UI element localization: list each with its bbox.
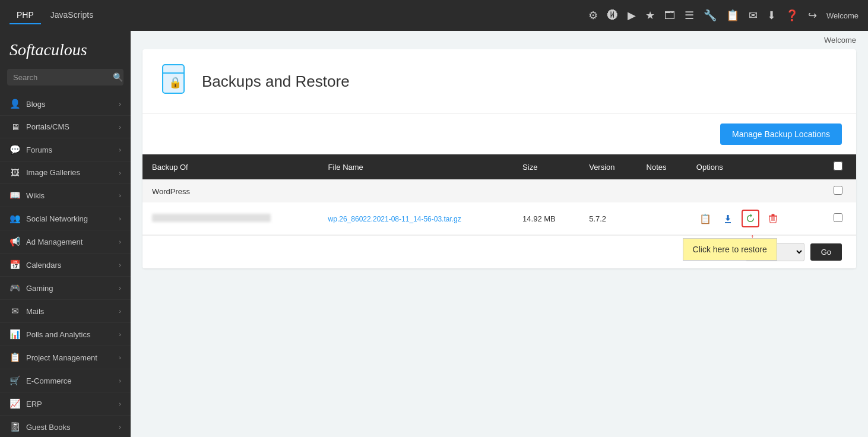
table-row: wp.26_86022.2021-08-11_14-56-03.tar.gz 1… bbox=[142, 202, 856, 235]
download-icon[interactable]: ⬇ bbox=[767, 9, 776, 22]
calendars-icon: 📅 bbox=[9, 259, 20, 270]
row-checkbox-cell bbox=[821, 202, 856, 235]
sidebar-item-project-management[interactable]: 📋 Project Management › bbox=[0, 346, 131, 369]
mails-icon: ✉ bbox=[9, 306, 20, 316]
page-card: 🔒 Backups and Restore Manage Backup Loca… bbox=[142, 49, 856, 268]
sidebar-item-polls[interactable]: 📊 Polls and Analytics › bbox=[0, 323, 131, 346]
options-cell: 📋 ↑ bbox=[687, 202, 821, 235]
restore-button[interactable] bbox=[742, 210, 759, 227]
sidebar-item-label: Project Management bbox=[26, 353, 119, 362]
col-size: Size bbox=[513, 154, 579, 180]
page-title-section: 🔒 Backups and Restore bbox=[142, 49, 856, 114]
search-input[interactable] bbox=[13, 73, 113, 82]
chevron-right-icon: › bbox=[119, 215, 121, 222]
welcome-text: Welcome bbox=[826, 11, 859, 20]
delete-button[interactable] bbox=[764, 210, 782, 227]
sidebar-item-label: Guest Books bbox=[26, 423, 119, 432]
chevron-right-icon: › bbox=[119, 284, 121, 292]
notes-button[interactable]: 📋 bbox=[696, 210, 714, 227]
polls-icon: 📊 bbox=[9, 329, 20, 340]
backup-table: Backup Of File Name Size Version Notes O… bbox=[142, 154, 856, 235]
image-galleries-icon: 🖼 bbox=[9, 167, 20, 178]
tab-javascripts[interactable]: JavaScripts bbox=[43, 7, 100, 24]
svg-rect-3 bbox=[772, 214, 774, 216]
ecommerce-icon: 🛒 bbox=[9, 375, 20, 386]
sidebar-item-label: Forums bbox=[26, 145, 119, 154]
grid-icon[interactable]: ☰ bbox=[685, 9, 694, 22]
sidebar-item-image-galleries[interactable]: 🖼 Image Galleries › bbox=[0, 162, 131, 184]
chevron-right-icon: › bbox=[119, 423, 121, 430]
download-button[interactable] bbox=[719, 210, 737, 227]
backups-icon: 🔒 bbox=[160, 64, 191, 99]
sidebar-search-container: 🔍 bbox=[7, 69, 123, 86]
sidebar-item-label: E-Commerce bbox=[26, 376, 119, 385]
ad-management-icon: 📢 bbox=[9, 236, 20, 247]
manage-backup-locations-button[interactable]: Manage Backup Locations bbox=[720, 124, 842, 145]
section-checkbox-cell bbox=[821, 180, 856, 203]
arrow-icon[interactable]: ↪ bbox=[808, 9, 817, 22]
sidebar-item-label: Ad Management bbox=[26, 238, 119, 246]
sidebar-item-label: Polls and Analytics bbox=[26, 330, 119, 339]
search-icon: 🔍 bbox=[113, 72, 123, 82]
wordpress-icon[interactable]: 🅦 bbox=[607, 10, 618, 22]
erp-icon: 📈 bbox=[9, 398, 20, 409]
help-icon[interactable]: ❓ bbox=[785, 9, 799, 22]
chevron-right-icon: › bbox=[119, 331, 121, 338]
sidebar-item-gaming[interactable]: 🎮 Gaming › bbox=[0, 277, 131, 300]
content-area: Welcome 🔒 Backups and Restore Manage Bac… bbox=[131, 31, 868, 437]
section-checkbox[interactable] bbox=[834, 186, 842, 195]
window-icon[interactable]: 🗔 bbox=[664, 10, 675, 22]
sidebar: Softaculous 🔍 👤 Blogs › 🖥 Portals/CMS › … bbox=[0, 31, 131, 437]
backup-of-cell bbox=[142, 202, 319, 235]
tab-php[interactable]: PHP bbox=[9, 7, 41, 24]
sidebar-item-guest-books[interactable]: 📓 Guest Books › bbox=[0, 416, 131, 437]
wrench-icon[interactable]: 🔧 bbox=[704, 9, 717, 22]
sidebar-item-blogs[interactable]: 👤 Blogs › bbox=[0, 93, 131, 116]
restore-tooltip-container: ↑ Click here to restore bbox=[742, 210, 759, 227]
guest-books-icon: 📓 bbox=[9, 422, 20, 432]
notes-cell bbox=[637, 202, 687, 235]
sidebar-item-social-networking[interactable]: 👥 Social Networking › bbox=[0, 207, 131, 230]
sidebar-item-ad-management[interactable]: 📢 Ad Management › bbox=[0, 230, 131, 254]
select-all-checkbox[interactable] bbox=[834, 162, 842, 170]
row-checkbox[interactable] bbox=[834, 213, 842, 222]
sidebar-item-label: Image Galleries bbox=[26, 168, 119, 177]
chevron-right-icon: › bbox=[119, 169, 121, 176]
tooltip-box: Click here to restore bbox=[683, 238, 777, 261]
go-button[interactable]: Go bbox=[810, 243, 842, 261]
project-management-icon: 📋 bbox=[9, 352, 20, 363]
gaming-icon: 🎮 bbox=[9, 283, 20, 293]
social-networking-icon: 👥 bbox=[9, 213, 20, 224]
sidebar-item-wikis[interactable]: 📖 Wikis › bbox=[0, 184, 131, 207]
welcome-header-text: Welcome bbox=[824, 36, 856, 45]
mail-icon[interactable]: ✉ bbox=[749, 9, 758, 22]
sidebar-item-mails[interactable]: ✉ Mails › bbox=[0, 300, 131, 323]
sidebar-item-ecommerce[interactable]: 🛒 E-Commerce › bbox=[0, 369, 131, 392]
sidebar-item-portals[interactable]: 🖥 Portals/CMS › bbox=[0, 116, 131, 138]
settings-icon[interactable]: ⚙ bbox=[588, 9, 598, 22]
content-body: 🔒 Backups and Restore Manage Backup Loca… bbox=[131, 49, 868, 437]
clipboard-icon[interactable]: 📋 bbox=[726, 9, 739, 22]
sidebar-item-erp[interactable]: 📈 ERP › bbox=[0, 392, 131, 416]
sidebar-item-label: Calendars bbox=[26, 261, 119, 270]
sidebar-item-label: Portals/CMS bbox=[26, 122, 119, 131]
chevron-right-icon: › bbox=[119, 400, 121, 407]
sidebar-item-calendars[interactable]: 📅 Calendars › bbox=[0, 254, 131, 277]
content-header: Welcome bbox=[131, 31, 868, 49]
chevron-right-icon: › bbox=[119, 238, 121, 245]
wikis-icon: 📖 bbox=[9, 190, 20, 201]
file-name-link[interactable]: wp.26_86022.2021-08-11_14-56-03.tar.gz bbox=[328, 215, 461, 223]
chevron-right-icon: › bbox=[119, 100, 121, 107]
file-name-cell: wp.26_86022.2021-08-11_14-56-03.tar.gz bbox=[319, 202, 514, 235]
play-icon[interactable]: ▶ bbox=[628, 9, 636, 22]
chevron-right-icon: › bbox=[119, 146, 121, 153]
star-icon[interactable]: ★ bbox=[645, 9, 655, 22]
section-label: WordPress bbox=[142, 180, 821, 203]
chevron-right-icon: › bbox=[119, 308, 121, 315]
sidebar-item-forums[interactable]: 💬 Forums › bbox=[0, 138, 131, 162]
sidebar-item-label: ERP bbox=[26, 400, 119, 408]
col-version: Version bbox=[579, 154, 636, 180]
page-actions: Manage Backup Locations bbox=[142, 114, 856, 154]
chevron-right-icon: › bbox=[119, 377, 121, 384]
sidebar-item-label: Gaming bbox=[26, 284, 119, 293]
